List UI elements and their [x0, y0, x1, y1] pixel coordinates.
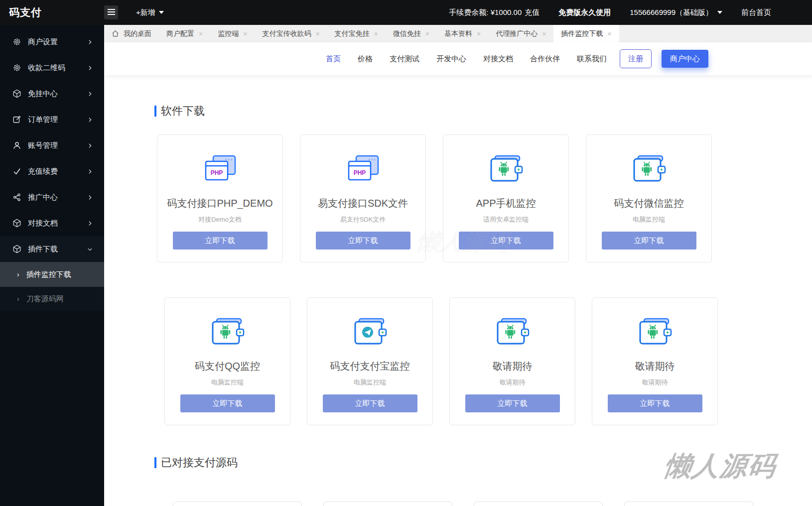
tab-label: 支付宝免挂: [335, 29, 370, 38]
download-card: 敬请期待敬请期待立即下载: [449, 297, 575, 425]
tab-支付宝免挂[interactable]: 支付宝免挂×: [327, 25, 386, 42]
sidebar-item-label: 订单管理: [28, 115, 58, 125]
register-button[interactable]: 注册: [620, 49, 652, 68]
wallet-android-icon: [495, 318, 530, 346]
title-accent-bar: [154, 106, 156, 117]
download-now-button[interactable]: 立即下载: [459, 232, 553, 250]
sidebar-item-订单管理[interactable]: 订单管理: [0, 107, 104, 132]
download-cards-row-2: 码支付QQ监控电脑监控端立即下载码支付支付宝监控电脑监控端立即下载敬请期待敬请期…: [164, 297, 812, 425]
hamburger-menu-button[interactable]: [104, 5, 118, 19]
nav-links: 首页价格支付测试开发中心对接文档合作伙伴联系我们: [309, 54, 607, 64]
partial-card: [323, 502, 452, 506]
close-icon[interactable]: ×: [243, 30, 247, 37]
tab-label: 基本资料: [444, 29, 472, 38]
download-card: 码支付微信监控电脑监控端立即下载: [586, 134, 712, 262]
tab-label: 监控端: [218, 29, 239, 38]
wallet-android-icon: [489, 155, 524, 183]
download-now-button[interactable]: 立即下载: [316, 232, 410, 250]
chevron-down-icon: [717, 11, 722, 14]
tab-基本资料[interactable]: 基本资料×: [437, 25, 488, 42]
add-new-button[interactable]: +新增: [136, 8, 164, 17]
tab-插件监控下载[interactable]: 插件监控下载×: [553, 25, 619, 42]
close-icon[interactable]: ×: [477, 30, 481, 37]
gear-icon: [12, 63, 21, 73]
sidebar-item-label: 推广中心: [28, 193, 58, 202]
card-subtitle: 敬请期待: [642, 378, 668, 387]
tab-微信免挂[interactable]: 微信免挂×: [386, 25, 437, 42]
download-now-button[interactable]: 立即下载: [173, 232, 268, 250]
sidebar-item-label: 插件下载: [28, 245, 58, 254]
account-dropdown[interactable]: 15566669999（基础版）: [630, 8, 722, 17]
nav-link-联系我们[interactable]: 联系我们: [577, 54, 607, 64]
gear-icon: [12, 37, 21, 47]
recharge-link[interactable]: 充值: [525, 8, 540, 17]
close-icon[interactable]: ×: [607, 30, 611, 37]
php-window-icon: PHP: [203, 155, 238, 183]
chevron-right-icon: [87, 117, 93, 123]
add-new-label: +新增: [136, 8, 155, 17]
sidebar-subitem-插件监控下载[interactable]: ›插件监控下载: [0, 262, 104, 287]
download-now-button[interactable]: 立即下载: [180, 394, 275, 412]
sidebar-item-充值续费[interactable]: 充值续费: [0, 158, 104, 184]
nav-link-对接文档[interactable]: 对接文档: [483, 54, 513, 64]
sidebar-item-免挂中心[interactable]: 免挂中心: [0, 81, 104, 107]
close-icon[interactable]: ×: [315, 30, 319, 37]
sidebar-item-label: 账号管理: [28, 141, 58, 150]
sidebar-item-收款二维码[interactable]: 收款二维码: [0, 55, 104, 81]
title-accent-bar: [154, 457, 156, 468]
chevron-down-icon: [87, 246, 93, 253]
download-now-button[interactable]: 立即下载: [323, 394, 417, 412]
card-title: 码支付接口PHP_DEMO: [167, 197, 272, 210]
sidebar-item-商户设置[interactable]: 商户设置: [0, 29, 104, 55]
tab-监控端[interactable]: 监控端×: [210, 25, 255, 42]
chevron-right-icon: [87, 220, 93, 227]
nav-link-首页[interactable]: 首页: [326, 54, 341, 64]
sidebar-item-插件下载[interactable]: 插件下载: [0, 236, 104, 262]
wallet-android-icon: [638, 318, 673, 346]
download-card: 码支付QQ监控电脑监控端立即下载: [164, 297, 290, 425]
sidebar-subitem-刀客源码网[interactable]: ›刀客源码网: [0, 287, 104, 311]
close-icon[interactable]: ×: [425, 30, 429, 37]
close-icon[interactable]: ×: [374, 30, 378, 37]
tab-商户配置[interactable]: 商户配置×: [159, 25, 210, 42]
downloads-title: 软件下载: [161, 104, 205, 119]
download-now-button[interactable]: 立即下载: [602, 232, 696, 250]
sidebar-item-账号管理[interactable]: 账号管理: [0, 132, 104, 158]
merchant-center-button[interactable]: 商户中心: [662, 50, 708, 68]
topbar: 码支付 +新增 手续费余额: ¥1000.00 充值 免费版永久使用 15566…: [0, 0, 812, 25]
tab-代理推广中心[interactable]: 代理推广中心×: [488, 25, 553, 42]
topbar-right: 手续费余额: ¥1000.00 充值 免费版永久使用 15566669999（基…: [449, 8, 812, 17]
nav-link-开发中心[interactable]: 开发中心: [436, 54, 466, 64]
card-subtitle: 电脑监控端: [354, 378, 386, 387]
sidebar-item-label: 免挂中心: [28, 89, 58, 99]
nav-link-支付测试[interactable]: 支付测试: [390, 54, 419, 64]
tab-我的桌面[interactable]: 我的桌面: [104, 25, 159, 42]
sidebar-item-label: 收款二维码: [28, 63, 65, 73]
sidebar-item-推广中心[interactable]: 推广中心: [0, 184, 104, 210]
close-icon[interactable]: ×: [199, 30, 203, 37]
download-now-button[interactable]: 立即下载: [465, 394, 560, 412]
tab-支付宝传收款码[interactable]: 支付宝传收款码×: [255, 25, 327, 42]
card-subtitle: 敬请期待: [500, 378, 526, 387]
close-icon[interactable]: ×: [542, 30, 546, 37]
nav-link-价格[interactable]: 价格: [358, 54, 373, 64]
hamburger-icon: [108, 8, 115, 17]
partial-card: [474, 502, 603, 506]
free-version-label: 免费版永久使用: [558, 8, 611, 17]
tab-label: 商户配置: [166, 29, 194, 38]
card-title: 码支付QQ监控: [195, 360, 260, 373]
nav-link-合作伙伴[interactable]: 合作伙伴: [530, 54, 560, 64]
tab-label: 我的桌面: [124, 29, 151, 38]
download-now-button[interactable]: 立即下载: [608, 394, 702, 412]
chevron-right-icon: [87, 142, 93, 149]
wallet-android-icon: [632, 155, 667, 183]
chevron-right-icon: [87, 91, 93, 97]
sidebar-item-对接文档[interactable]: 对接文档: [0, 210, 104, 236]
content: 软件下载 PHP码支付接口PHP_DEMO对接Demo文档立即下载PHP易支付接…: [104, 75, 812, 506]
chevron-right-icon: [87, 194, 93, 201]
sidebar-subitem-label: 刀客源码网: [26, 294, 64, 304]
card-subtitle: 电脑监控端: [211, 378, 244, 387]
front-home-link[interactable]: 前台首页: [741, 8, 771, 17]
edit-icon: [12, 115, 21, 125]
sidebar-item-label: 对接文档: [28, 219, 58, 228]
